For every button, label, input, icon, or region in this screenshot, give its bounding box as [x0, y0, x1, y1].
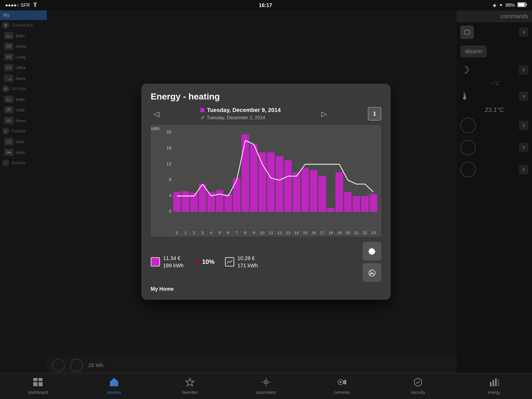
tab-dashboard[interactable]: dashboard — [0, 377, 76, 395]
svg-rect-59 — [293, 172, 300, 212]
legend-line-box — [225, 257, 234, 267]
svg-text:9: 9 — [253, 231, 255, 235]
svg-text:22: 22 — [363, 231, 367, 235]
svg-rect-56 — [267, 152, 275, 212]
devices-tab-icon — [109, 377, 119, 389]
svg-rect-53 — [242, 135, 249, 212]
status-right: ◈ ✦ 88% — [493, 2, 527, 8]
svg-rect-52 — [233, 178, 241, 212]
svg-rect-115 — [490, 382, 491, 386]
svg-marker-114 — [343, 380, 346, 385]
svg-point-113 — [340, 381, 342, 383]
energy-modal: Energy - heating ◁ Tuesday, December 9, … — [141, 84, 391, 300]
svg-text:7: 7 — [236, 231, 238, 235]
svg-text:8: 8 — [169, 177, 171, 182]
tab-energy[interactable]: energy — [456, 377, 532, 395]
svg-text:10: 10 — [260, 231, 264, 235]
bluetooth-icon: ✦ — [499, 2, 503, 8]
automation-tab-label: automation — [256, 390, 276, 395]
svg-rect-99 — [33, 378, 37, 381]
svg-text:0: 0 — [169, 209, 171, 214]
legend-bar-text: 11.34 € 189 kWh — [163, 255, 184, 269]
svg-point-107 — [265, 382, 267, 383]
tab-security[interactable]: security — [380, 377, 456, 395]
battery-icon — [517, 2, 527, 8]
svg-rect-62 — [318, 176, 326, 212]
svg-text:13: 13 — [286, 231, 290, 235]
week-button[interactable]: 1 — [368, 107, 381, 121]
tab-favorites[interactable]: favorites — [152, 377, 228, 395]
status-bar: ●●●●○ SFR 16:17 ◈ ✦ 88% — [0, 0, 532, 10]
modal-title: Energy - heating — [151, 91, 381, 102]
energy-tab-label: energy — [488, 390, 500, 395]
modal-footer: My Home — [151, 286, 381, 292]
svg-text:18: 18 — [329, 231, 333, 235]
svg-rect-58 — [284, 160, 292, 212]
automation-tab-icon — [261, 377, 271, 389]
modal-overlay: Energy - heating ◁ Tuesday, December 9, … — [0, 10, 532, 373]
favorites-tab-label: favorites — [182, 390, 198, 395]
svg-rect-57 — [276, 156, 283, 212]
energy-tab-icon — [489, 377, 499, 389]
svg-text:17: 17 — [320, 231, 324, 235]
battery-level: 88% — [506, 3, 515, 8]
settings-button[interactable] — [363, 242, 381, 261]
svg-rect-68 — [370, 194, 377, 212]
tab-bar: dashboard devices favorites — [0, 373, 532, 399]
svg-rect-60 — [301, 168, 309, 212]
svg-text:5: 5 — [218, 231, 221, 235]
percent-indicator: ↗ 10% — [194, 258, 215, 266]
svg-text:16: 16 — [166, 145, 171, 150]
chart-inner: 20 16 12 8 4 0 — [163, 128, 379, 237]
devices-tab-label: devices — [107, 390, 121, 395]
svg-text:12: 12 — [277, 231, 282, 235]
svg-rect-116 — [493, 380, 494, 386]
svg-point-0 — [35, 6, 36, 7]
tab-cameras[interactable]: cameras — [304, 377, 380, 395]
svg-rect-102 — [38, 382, 43, 386]
svg-text:19: 19 — [337, 231, 342, 235]
date-primary: Tuesday, December 9, 2014 — [200, 107, 281, 114]
svg-text:20: 20 — [166, 129, 171, 135]
svg-text:2: 2 — [193, 231, 195, 235]
svg-rect-63 — [327, 208, 335, 212]
svg-point-95 — [371, 272, 373, 274]
energy-chart: 20 16 12 8 4 0 — [163, 128, 379, 237]
svg-rect-104 — [112, 383, 116, 386]
svg-text:11: 11 — [269, 231, 273, 235]
trend-icon: ↗ — [200, 115, 205, 121]
svg-rect-51 — [224, 194, 232, 212]
svg-text:23: 23 — [371, 231, 376, 235]
chart-header: ◁ Tuesday, December 9, 2014 ↗ Tuesday, D… — [151, 107, 381, 121]
svg-text:6: 6 — [227, 231, 229, 235]
modal-bottom: 11.34 € 189 kWh ↗ 10% 10.28 € 171 — [151, 242, 381, 282]
tab-automation[interactable]: automation — [228, 377, 304, 395]
trend-arrow-icon: ↗ — [194, 258, 200, 266]
svg-rect-66 — [353, 196, 360, 212]
wifi-icon — [32, 2, 38, 8]
next-date-button[interactable]: ▷ — [318, 109, 330, 119]
date-secondary: ↗ Tuesday, December 2, 2014 — [200, 115, 281, 121]
svg-rect-2 — [518, 3, 525, 6]
dashboard-tab-label: dashboard — [28, 390, 48, 395]
svg-rect-61 — [310, 170, 317, 212]
svg-text:4: 4 — [169, 193, 171, 198]
prev-date-button[interactable]: ◁ — [151, 109, 163, 119]
cameras-tab-label: cameras — [334, 390, 350, 395]
svg-rect-46 — [182, 191, 189, 212]
chart-container: kWh 20 16 12 8 4 0 — [151, 125, 381, 237]
bar-color-square — [200, 108, 204, 112]
svg-text:12: 12 — [166, 161, 171, 166]
legend-line: 10.28 € 171 kWh — [225, 255, 258, 269]
svg-rect-45 — [173, 192, 181, 212]
gauge-button[interactable] — [363, 263, 381, 282]
legend-bar-box — [151, 257, 160, 267]
svg-text:15: 15 — [303, 231, 307, 235]
svg-rect-50 — [216, 190, 223, 212]
svg-text:8: 8 — [244, 231, 247, 235]
tab-devices[interactable]: devices — [76, 377, 152, 395]
svg-rect-67 — [361, 196, 369, 212]
modal-bottom-left: 11.34 € 189 kWh ↗ 10% 10.28 € 171 — [151, 255, 258, 269]
status-carrier: ●●●●○ SFR — [5, 2, 38, 8]
svg-text:21: 21 — [354, 231, 358, 235]
